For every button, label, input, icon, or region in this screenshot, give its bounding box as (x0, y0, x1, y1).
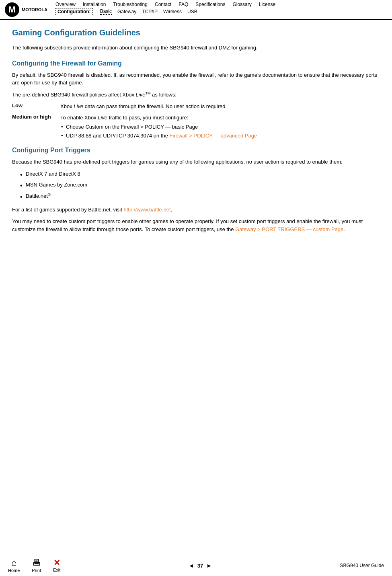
xbox-live-italic-medium: Live (98, 115, 107, 121)
guide-name: SBG940 User Guide (340, 563, 384, 568)
nav-overview[interactable]: Overview (55, 2, 76, 7)
prev-page-arrow[interactable]: ◄ (189, 562, 194, 569)
def-row-low: Low Xbox Live data can pass through the … (12, 102, 380, 111)
section2-heading: Configuring Port Triggers (12, 147, 380, 154)
home-icon: ⌂ (11, 558, 16, 567)
home-label: Home (8, 568, 20, 573)
top-navigation: M MOTOROLA Overview Installation Trouble… (0, 0, 392, 20)
config-list-item-2: UDP 88:88 and UDP/TCP 3074:3074 on the F… (60, 132, 380, 140)
section1-para2: The pre-defined SBG940 firewall policies… (12, 91, 380, 99)
nav-installation[interactable]: Installation (83, 2, 106, 7)
battlenet-link[interactable]: http://www.battle.net (123, 207, 170, 213)
page-title: Gaming Configuration Guidelines (12, 28, 380, 37)
bullet-battlenet: Battle.net® (20, 192, 380, 200)
intro-paragraph: The following subsections provide inform… (12, 44, 380, 52)
next-page-arrow[interactable]: ► (206, 562, 212, 569)
def-term-low: Low (12, 102, 60, 109)
main-content: Gaming Configuration Guidelines The foll… (0, 20, 392, 245)
def-desc-medium: To enable Xbox Live traffic to pass, you… (60, 114, 380, 141)
config-label: Configuration: (55, 8, 93, 15)
nav-contact[interactable]: Contact (155, 2, 171, 7)
exit-label: Exit (53, 568, 60, 572)
nav-row-main: Overview Installation Troubleshooting Co… (55, 2, 388, 8)
tm-super: TM (145, 91, 150, 95)
definition-table: Low Xbox Live data can pass through the … (12, 102, 380, 140)
bullet-directx: DirectX 7 and DirectX 8 (20, 170, 380, 178)
section1-para1: By default, the SBG940 firewall is disab… (12, 71, 380, 87)
nav-faq[interactable]: FAQ (179, 2, 188, 7)
footer: ⌂ Home 🖶 Print ✕ Exit ◄ 37 ► SBG940 User… (0, 555, 392, 576)
def-desc-low: Xbox Live data can pass through the fire… (60, 102, 380, 111)
nav-specifications[interactable]: Specifications (195, 2, 225, 7)
footer-home[interactable]: ⌂ Home (8, 558, 20, 573)
nav-config-tcpip[interactable]: TCP/IP (142, 9, 158, 14)
xbox-live-italic-low: Live (74, 103, 83, 109)
print-label: Print (32, 568, 41, 573)
nav-glossary[interactable]: Glossary (232, 2, 251, 7)
def-term-medium: Medium or high (12, 114, 60, 120)
footer-exit[interactable]: ✕ Exit (53, 559, 60, 572)
nav-config-wireless[interactable]: Wireless (163, 9, 182, 14)
print-icon: 🖶 (32, 558, 41, 567)
exit-icon: ✕ (53, 559, 60, 567)
nav-config-basic[interactable]: Basic (100, 8, 112, 15)
footer-print[interactable]: 🖶 Print (32, 558, 41, 573)
port-triggers-link[interactable]: Gateway > PORT TRIGGERS — custom Page (235, 226, 343, 232)
section2-para2: For a list of games supported by Battle.… (12, 206, 380, 214)
nav-row-config: Configuration: Basic Gateway TCP/IP Wire… (55, 8, 388, 17)
page-number: 37 (197, 563, 203, 569)
xbox-live-italic: Live (136, 92, 146, 98)
section1-heading: Configuring the Firewall for Gaming (12, 60, 380, 67)
nav-troubleshooting[interactable]: Troubleshooting (113, 2, 148, 7)
svg-text:M: M (8, 4, 16, 14)
section2-para3: You may need to create custom port trigg… (12, 217, 380, 233)
reg-super: ® (48, 193, 51, 197)
footer-page-nav: ◄ 37 ► (72, 562, 328, 569)
firewall-policy-advanced-link[interactable]: Firewall > POLICY — advanced Page (170, 133, 257, 139)
config-list-item-1: Choose Custom on the Firewall > POLICY —… (60, 123, 380, 131)
bullet-msn: MSN Games by Zone.com (20, 181, 380, 189)
nav-license[interactable]: License (259, 2, 275, 7)
medium-config-list: Choose Custom on the Firewall > POLICY —… (60, 123, 380, 139)
logo-area: M MOTOROLA (4, 2, 47, 19)
motorola-text: MOTOROLA (22, 7, 47, 12)
motorola-logo-icon: M (4, 2, 20, 18)
applications-list: DirectX 7 and DirectX 8 MSN Games by Zon… (20, 170, 380, 200)
nav-config-gateway[interactable]: Gateway (117, 9, 136, 14)
section2-para1: Because the SBG940 has pre-defined port … (12, 158, 380, 166)
nav-links-container: Overview Installation Troubleshooting Co… (55, 2, 388, 17)
def-row-medium: Medium or high To enable Xbox Live traff… (12, 114, 380, 141)
nav-config-usb[interactable]: USB (187, 9, 197, 14)
